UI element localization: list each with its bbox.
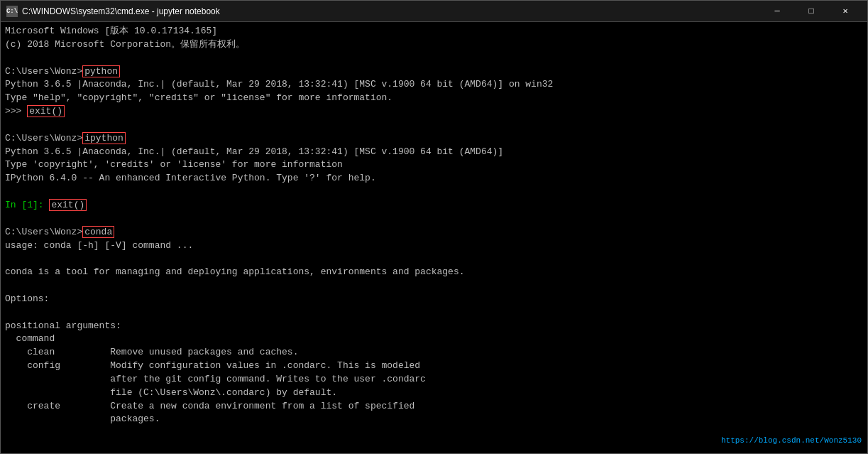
line-create-2: packages. [5,413,863,426]
line-config-1: config Modify configuration values in .c… [5,360,863,373]
line-create-1: create Create a new conda environment fr… [5,400,863,414]
line-blank-6 [5,279,863,293]
line-blank-4 [5,212,863,226]
text-win-version: Microsoft Windows [版本 10.0.17134.165] [5,26,217,36]
text-copyright-ms: (c) 2018 Microsoft Corporation。保留所有权利。 [5,39,245,50]
close-button[interactable]: ✕ [829,1,862,22]
line-blank-7 [5,306,863,320]
exit-command-python-highlight: exit() [27,105,65,117]
line-blank-3 [5,185,863,199]
line-blank-2 [5,119,863,132]
line-positional: positional arguments: [5,320,863,333]
ipython-command-highlight: ipython [82,132,126,144]
line-clean: clean Remove unused packages and caches. [5,346,863,360]
line-type-copyright: Type 'copyright', 'credits' or 'license'… [5,158,863,172]
conda-command-highlight: conda [82,226,114,238]
line-command-label: command [5,333,863,346]
line-2: (c) 2018 Microsoft Corporation。保留所有权利。 [5,38,863,52]
line-ipython-version: IPython 6.4.0 -- An enhanced Interactive… [5,172,863,185]
python-command-highlight: python [82,65,120,77]
line-config-2: after the git config command. Writes to … [5,373,863,387]
exit-command-ipython-highlight: exit() [49,199,87,211]
line-ipython-ver: Python 3.6.5 |Anaconda, Inc.| (default, … [5,146,863,159]
titlebar: C:\ C:\WINDOWS\system32\cmd.exe - jupyte… [1,1,867,22]
prompt-ipython: C:\Users\Wonz> [5,133,82,144]
line-blank-1 [5,52,863,65]
line-python-cmd: C:\Users\Wonz>python [5,65,863,79]
in-prompt-label: In [1]: [5,200,49,210]
window-title: C:\WINDOWS\system32\cmd.exe - jupyter no… [22,6,761,16]
line-config-3: file (C:\Users\Wonz\.condarc) by default… [5,387,863,400]
line-python-ver: Python 3.6.5 |Anaconda, Inc.| (default, … [5,78,863,92]
line-1: Microsoft Windows [版本 10.0.17134.165] [5,25,863,38]
line-conda-desc: conda is a tool for managing and deployi… [5,266,863,279]
terminal-output[interactable]: Microsoft Windows [版本 10.0.17134.165] (c… [1,22,867,453]
window-controls: ─ □ ✕ [761,1,862,22]
line-usage: usage: conda [-h] [-V] command ... [5,239,863,253]
line-type-help: Type "help", "copyright", "credits" or "… [5,92,863,105]
line-exit-python: >>> exit() [5,105,863,119]
line-in-exit: In [1]: exit() [5,199,863,212]
minimize-button[interactable]: ─ [761,1,793,22]
prompt-pychevron: >>> [5,106,27,117]
line-options: Options: [5,293,863,306]
prompt-conda: C:\Users\Wonz> [5,227,82,237]
line-ipython-cmd: C:\Users\Wonz>ipython [5,132,863,146]
line-blank-5 [5,252,863,266]
maximize-button[interactable]: □ [795,1,828,22]
line-conda-cmd: C:\Users\Wonz>conda [5,226,863,239]
window-icon: C:\ [6,6,18,17]
prompt-python: C:\Users\Wonz> [5,66,82,77]
watermark-text: https://blog.csdn.net/Wonz5130 [721,436,862,446]
cmd-window: C:\ C:\WINDOWS\system32\cmd.exe - jupyte… [0,0,868,454]
